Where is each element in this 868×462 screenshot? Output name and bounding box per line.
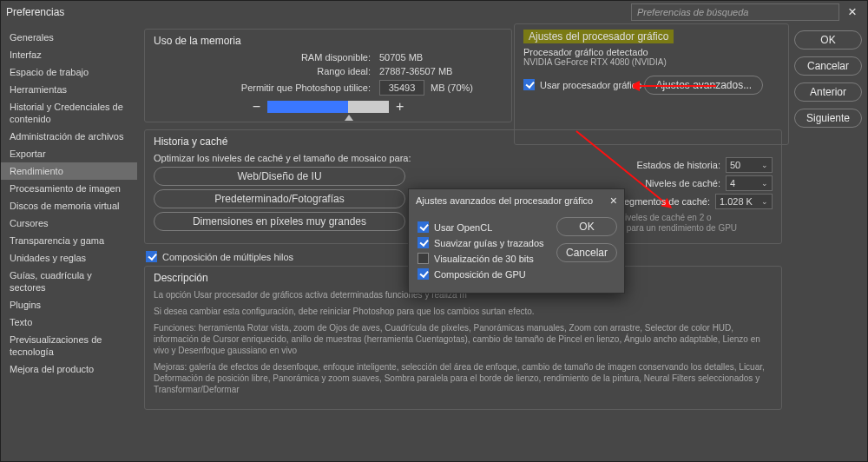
nav-list: GeneralesInterfazEspacio de trabajoHerra… (1, 23, 137, 461)
modal-close-icon[interactable]: × (610, 194, 617, 208)
nav-item-generales[interactable]: Generales (1, 29, 137, 46)
allow-suffix: MB (70%) (431, 82, 473, 93)
preset-web-button[interactable]: Web/Diseño de IU (154, 167, 405, 186)
range-value: 27887-36507 MB (379, 66, 518, 76)
chevron-down-icon: ⌄ (761, 179, 768, 188)
use-gpu-label: Usar procesador gráfico (540, 80, 641, 90)
multithread-compose-label: Composición de múltiples hilos (162, 252, 293, 262)
description-text-3: Funciones: herramienta Rotar vista, zoom… (154, 322, 773, 356)
previous-button[interactable]: Anterior (794, 82, 862, 102)
search-placeholder: Preferencias de búsqueda (637, 7, 748, 17)
history-section-title: Historia y caché (154, 135, 773, 148)
ram-label: RAM disponible: (162, 52, 379, 63)
preset-default-button[interactable]: Predeterminado/Fotografías (154, 189, 405, 208)
cache-tilesize-select[interactable]: 1.028 K⌄ (715, 194, 773, 209)
slider-fill (267, 101, 348, 113)
nav-item-transparencia-y-gama[interactable]: Transparencia y gama (1, 232, 137, 249)
modal-title: Ajustes avanzados del procesador gráfico (416, 195, 593, 206)
nav-item-exportar[interactable]: Exportar (1, 145, 137, 162)
description-text-2: Si desea cambiar esta configuración, deb… (154, 306, 773, 317)
slider-thumb-icon[interactable] (345, 115, 353, 121)
chevron-down-icon: ⌄ (761, 197, 768, 206)
modal-cancel-button[interactable]: Cancelar (556, 243, 617, 262)
gpu-compose-label: Composición de GPU (434, 269, 526, 280)
advanced-settings-button[interactable]: Ajustes avanzados... (644, 76, 763, 95)
allow-value-row: 35493 MB (70%) (379, 80, 518, 96)
cancel-button[interactable]: Cancelar (794, 56, 862, 76)
memory-slider[interactable] (267, 101, 389, 113)
thirty-bit-label: Visualización de 30 bits (434, 254, 534, 264)
window-title: Preferencias (6, 6, 64, 18)
nav-item-herramientas[interactable]: Herramientas (1, 81, 137, 98)
nav-item-administraci-n-de-archivos[interactable]: Administración de archivos (1, 128, 137, 145)
nav-item-procesamiento-de-imagen[interactable]: Procesamiento de imagen (1, 180, 137, 197)
opencl-checkbox[interactable] (418, 221, 429, 233)
cache-levels-select[interactable]: 4⌄ (726, 175, 773, 191)
opencl-label: Usar OpenCL (434, 222, 492, 233)
ok-button[interactable]: OK (794, 30, 862, 50)
nav-item-interfaz[interactable]: Interfaz (1, 46, 137, 63)
nav-item-historial-y-credenciales-de-contenido[interactable]: Historial y Credenciales de contenido (1, 98, 137, 128)
gpu-title-highlight: Ajustes del procesador gráfico (523, 30, 674, 43)
history-states-label: Estados de historia: (636, 160, 720, 170)
modal-ok-button[interactable]: OK (556, 217, 617, 236)
cache-levels-label: Niveles de caché: (645, 178, 720, 188)
preset-large-button[interactable]: Dimensiones en píxeles muy grandes (154, 212, 405, 231)
allow-number-input[interactable]: 35493 (379, 80, 424, 96)
gpu-compose-checkbox[interactable] (418, 268, 429, 280)
multithread-compose-checkbox[interactable] (146, 251, 157, 262)
close-icon[interactable]: × (843, 3, 862, 21)
nav-item-rendimiento[interactable]: Rendimiento (1, 162, 137, 180)
memory-section-title: Uso de la memoria (154, 35, 503, 47)
range-label: Rango ideal: (162, 66, 379, 76)
smooth-guides-checkbox[interactable] (418, 237, 429, 248)
search-input[interactable]: Preferencias de búsqueda (631, 3, 839, 21)
nav-item-texto[interactable]: Texto (1, 314, 137, 331)
nav-item-cursores[interactable]: Cursores (1, 214, 137, 232)
nav-item-unidades-y-reglas[interactable]: Unidades y reglas (1, 249, 137, 267)
nav-item-previsualizaciones-de-tecnolog-a[interactable]: Previsualizaciones de tecnología (1, 331, 137, 360)
chevron-down-icon: ⌄ (761, 161, 768, 169)
ram-value: 50705 MB (379, 52, 518, 63)
advanced-gpu-dialog: Ajustes avanzados del procesador gráfico… (408, 188, 625, 294)
nav-item-mejora-del-producto[interactable]: Mejora del producto (1, 360, 137, 378)
allow-label: Permitir que Photoshop utilice: (162, 82, 379, 93)
next-button[interactable]: Siguiente (794, 109, 862, 128)
description-text-4: Mejoras: galería de efectos de desenfoqu… (154, 361, 773, 395)
nav-item-plugins[interactable]: Plugins (1, 296, 137, 314)
history-states-select[interactable]: 50⌄ (726, 157, 773, 173)
gpu-detected-value: NVIDIA GeForce RTX 4080 (NVIDIA) (523, 57, 779, 67)
nav-item-gu-as-cuadr-cula-y-sectores[interactable]: Guías, cuadrícula y sectores (1, 267, 137, 296)
use-gpu-checkbox[interactable] (523, 79, 535, 90)
nav-item-espacio-de-trabajo[interactable]: Espacio de trabajo (1, 63, 137, 81)
thirty-bit-checkbox[interactable] (418, 253, 429, 264)
nav-item-discos-de-memoria-virtual[interactable]: Discos de memoria virtual (1, 197, 137, 214)
slider-plus-icon[interactable]: + (396, 101, 404, 113)
smooth-guides-label: Suavizar guías y trazados (434, 238, 544, 248)
slider-minus-icon[interactable]: − (253, 101, 260, 113)
gpu-detected-label: Procesador gráfico detectado (523, 47, 779, 57)
